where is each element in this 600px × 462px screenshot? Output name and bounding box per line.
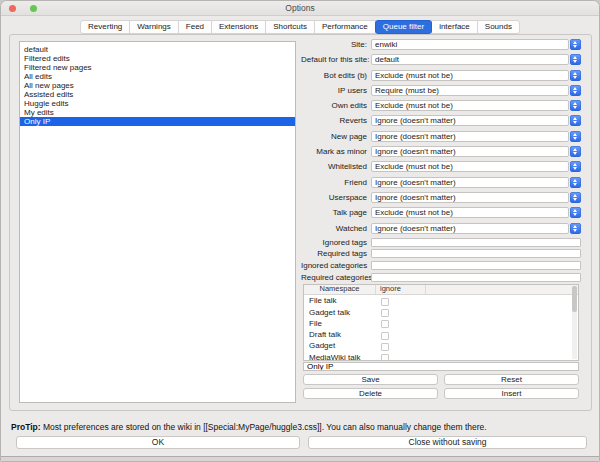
filter-list-item-only-ip[interactable]: Only IP xyxy=(20,117,295,126)
ok-button[interactable]: OK xyxy=(16,436,300,449)
ignore-checkbox[interactable] xyxy=(381,354,389,361)
dropdown-value: Exclude (must not be) xyxy=(375,101,453,110)
form-row-userspace: UserspaceIgnore (doesn't matter) xyxy=(301,192,581,203)
ignore-checkbox[interactable] xyxy=(381,332,389,340)
tab-performance[interactable]: Performance xyxy=(314,20,376,34)
form-row-whitelisted: WhitelistedExclude (must not be) xyxy=(301,161,581,172)
dropdown-value: Ignore (doesn't matter) xyxy=(375,132,456,141)
required-tags-input[interactable] xyxy=(371,249,581,258)
tab-warnings[interactable]: Warnings xyxy=(129,20,179,34)
ignored-tags-input[interactable] xyxy=(371,238,581,247)
field-label: Default for this site: xyxy=(301,55,371,64)
protip-label: ProTip: xyxy=(11,422,41,432)
filter-list-item-all-new-pages[interactable]: All new pages xyxy=(20,81,295,90)
field-label: New page xyxy=(301,132,371,141)
dropdown-value: Ignore (doesn't matter) xyxy=(375,178,456,187)
dropdown-value: Ignore (doesn't matter) xyxy=(375,193,456,202)
form-row-friend: FriendIgnore (doesn't matter) xyxy=(301,177,581,188)
tab-extensions[interactable]: Extensions xyxy=(211,20,266,34)
namespace-row-mediawiki-talk[interactable]: MediaWiki talk xyxy=(304,352,578,362)
dropdown-stepper-icon xyxy=(570,85,581,96)
tab-reverting[interactable]: Reverting xyxy=(80,20,130,34)
filter-list-item-huggle-edits[interactable]: Huggle edits xyxy=(20,99,295,108)
tab-queue-filter[interactable]: Queue filter xyxy=(375,20,432,34)
filter-list-item-filtered-edits[interactable]: Filtered edits xyxy=(20,54,295,63)
tab-feed[interactable]: Feed xyxy=(178,20,212,34)
field-label: Watched xyxy=(301,224,371,233)
default-for-this-site-dropdown[interactable]: default xyxy=(371,54,569,65)
dropdown-stepper-icon xyxy=(570,100,581,111)
window-titlebar: Options xyxy=(1,1,599,16)
dropdown-value: Ignore (doesn't matter) xyxy=(375,224,456,233)
form-row-new-page: New pageIgnore (doesn't matter) xyxy=(301,131,581,142)
talk-page-dropdown[interactable]: Exclude (must not be) xyxy=(371,207,569,218)
filter-list-item-default[interactable]: default xyxy=(20,45,295,54)
ignore-checkbox[interactable] xyxy=(381,320,389,328)
tab-sounds[interactable]: Sounds xyxy=(477,20,520,34)
field-label: Site: xyxy=(301,40,371,49)
watched-dropdown[interactable]: Ignore (doesn't matter) xyxy=(371,223,569,234)
namespace-table-rows: File talkGadget talkFileDraft talkGadget… xyxy=(304,295,578,361)
options-window: Options RevertingWarningsFeedExtensionsS… xyxy=(0,0,600,462)
filter-list-item-filtered-new-pages[interactable]: Filtered new pages xyxy=(20,63,295,72)
ignore-checkbox[interactable] xyxy=(381,343,389,351)
form-row-watched: WatchedIgnore (doesn't matter) xyxy=(301,223,581,234)
namespace-row-file[interactable]: File xyxy=(304,318,578,329)
delete-insert-row: Delete Insert xyxy=(303,388,579,399)
field-label: Ignored tags xyxy=(301,238,371,247)
protip-body: Most preferences are stored on the wiki … xyxy=(43,422,487,432)
field-label: Bot edits (b) xyxy=(301,71,371,80)
close-without-saving-button[interactable]: Close without saving xyxy=(308,436,587,449)
dropdown-stepper-icon xyxy=(570,192,581,203)
ignore-checkbox[interactable] xyxy=(381,309,389,317)
ignore-checkbox[interactable] xyxy=(381,298,389,306)
filter-list-item-my-edits[interactable]: My edits xyxy=(20,108,295,117)
whitelisted-dropdown[interactable]: Exclude (must not be) xyxy=(371,161,569,172)
dropdown-stepper-icon xyxy=(570,223,581,234)
required-categories-input[interactable] xyxy=(371,273,581,282)
namespace-row-draft-talk[interactable]: Draft talk xyxy=(304,329,578,340)
own-edits-dropdown[interactable]: Exclude (must not be) xyxy=(371,100,569,111)
form-row-bot-edits-b: Bot edits (b)Exclude (must not be) xyxy=(301,70,581,81)
filter-settings-form: Site:enwikiDefault for this site:default… xyxy=(301,39,581,399)
namespace-row-gadget-talk[interactable]: Gadget talk xyxy=(304,307,578,318)
delete-button[interactable]: Delete xyxy=(303,388,438,399)
field-label: Friend xyxy=(301,178,371,187)
bot-edits-b-dropdown[interactable]: Exclude (must not be) xyxy=(371,70,569,81)
table-scrollbar-thumb[interactable] xyxy=(572,286,577,312)
userspace-dropdown[interactable]: Ignore (doesn't matter) xyxy=(371,192,569,203)
zoom-window-icon[interactable] xyxy=(30,5,37,12)
filter-name-input[interactable] xyxy=(303,362,579,371)
tab-bar: RevertingWarningsFeedExtensionsShortcuts… xyxy=(1,20,599,34)
tab-interface[interactable]: interface xyxy=(431,20,478,34)
ip-users-dropdown[interactable]: Require (must be) xyxy=(371,85,569,96)
form-row-ignored-tags: Ignored tags xyxy=(301,238,581,247)
dropdown-stepper-icon xyxy=(570,207,581,218)
field-label: Required categories xyxy=(301,273,371,282)
dropdown-value: enwiki xyxy=(375,40,397,49)
insert-button[interactable]: Insert xyxy=(444,388,579,399)
friend-dropdown[interactable]: Ignore (doesn't matter) xyxy=(371,177,569,188)
form-row-talk-page: Talk pageExclude (must not be) xyxy=(301,207,581,218)
form-row-reverts: RevertsIgnore (doesn't matter) xyxy=(301,115,581,126)
namespace-row-gadget[interactable]: Gadget xyxy=(304,340,578,351)
save-button[interactable]: Save xyxy=(303,374,438,385)
dropdown-value: Ignore (doesn't matter) xyxy=(375,116,456,125)
queue-filter-list[interactable]: defaultFiltered editsFiltered new pagesA… xyxy=(19,41,296,403)
reverts-dropdown[interactable]: Ignore (doesn't matter) xyxy=(371,115,569,126)
table-scrollbar[interactable] xyxy=(572,286,577,359)
mark-as-minor-dropdown[interactable]: Ignore (doesn't matter) xyxy=(371,146,569,157)
filter-list-item-assisted-edits[interactable]: Assisted edits xyxy=(20,90,295,99)
field-label: Mark as minor xyxy=(301,147,371,156)
reset-button[interactable]: Reset xyxy=(444,374,579,385)
ignored-categories-input[interactable] xyxy=(371,261,581,270)
new-page-dropdown[interactable]: Ignore (doesn't matter) xyxy=(371,131,569,142)
namespace-row-file-talk[interactable]: File talk xyxy=(304,295,578,306)
field-label: Userspace xyxy=(301,193,371,202)
filter-list-item-all-edits[interactable]: All edits xyxy=(20,72,295,81)
dropdown-stepper-icon xyxy=(570,131,581,142)
tab-shortcuts[interactable]: Shortcuts xyxy=(265,20,315,34)
namespace-column-header: Namespace xyxy=(304,285,376,294)
site-dropdown[interactable]: enwiki xyxy=(371,39,569,50)
close-window-icon[interactable] xyxy=(9,5,16,12)
